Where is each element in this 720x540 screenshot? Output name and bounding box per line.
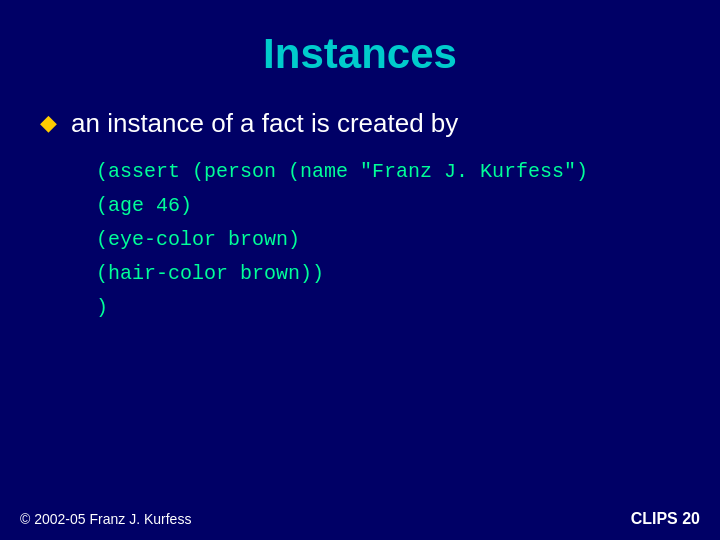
slide: Instances ◆ an instance of a fact is cre… xyxy=(0,0,720,540)
footer-copyright: © 2002-05 Franz J. Kurfess xyxy=(20,511,191,527)
footer-clips-version: CLIPS 20 xyxy=(631,510,700,528)
code-line-3: (eye-color brown) xyxy=(96,223,680,257)
bullet-diamond-icon: ◆ xyxy=(40,110,57,136)
code-line-2: (age 46) xyxy=(96,189,680,223)
slide-title: Instances xyxy=(40,30,680,78)
code-line-5: ) xyxy=(96,291,680,325)
code-line-4: (hair-color brown)) xyxy=(96,257,680,291)
code-block: (assert (person (name "Franz J. Kurfess"… xyxy=(96,155,680,325)
bullet-item: ◆ an instance of a fact is created by xyxy=(40,108,680,139)
bullet-text: an instance of a fact is created by xyxy=(71,108,458,139)
code-line-1: (assert (person (name "Franz J. Kurfess"… xyxy=(96,155,680,189)
footer: © 2002-05 Franz J. Kurfess CLIPS 20 xyxy=(20,510,700,528)
